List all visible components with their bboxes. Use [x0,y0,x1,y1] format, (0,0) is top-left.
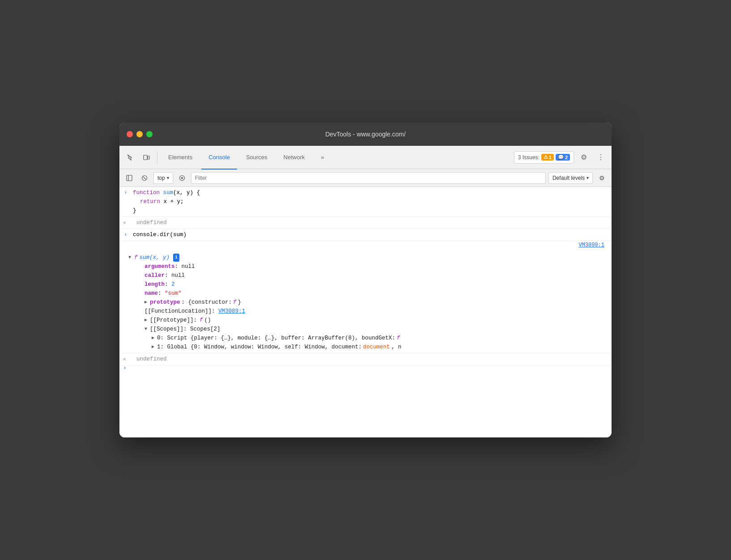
vm-link-2[interactable]: VM3089:1 [218,308,245,314]
console-input-2: › console.dir(sum) [119,229,612,241]
issues-button[interactable]: 3 Issues: ⚠ 1 💬 2 [514,151,574,164]
more-options-button[interactable]: ⋮ [594,150,608,165]
levels-selector[interactable]: Default levels ▾ [548,172,593,184]
svg-line-5 [143,177,146,179]
minimize-button[interactable] [136,131,143,137]
console-result-1: « undefined [119,217,612,229]
tab-console[interactable]: Console [201,146,237,170]
input-caret-2: › [124,231,127,239]
tab-network[interactable]: Network [276,146,312,170]
svg-point-7 [181,177,183,179]
code-block-2: console.dir(sum) [133,230,187,239]
vm-link-row: VM3099:1 [119,241,612,252]
result-arrow-1: « [123,219,126,227]
prop-prototype: ▶ prototype: {constructor: f} [128,298,608,307]
sidebar-toggle-button[interactable] [123,172,136,184]
prop-length: length: 2 [128,280,608,289]
toolbar-right: 3 Issues: ⚠ 1 💬 2 ⚙ ⋮ [514,150,608,165]
main-toolbar: Elements Console Sources Network » 3 Iss… [119,146,612,169]
info-badge: 💬 2 [556,154,570,161]
settings-button[interactable]: ⚙ [577,150,591,165]
func-info-badge[interactable]: i [173,254,179,262]
console-input-1: › function sum(x, y) { return x + y; } [119,187,612,217]
func-object-entry: ▼ f sum(x, y) i arguments: null caller: … [119,252,612,353]
scope-0: ▶ 0: Script {player: {…}, module: {…}, b… [128,334,608,343]
prop-caller: caller: null [128,271,608,280]
close-button[interactable] [127,131,133,137]
window-title: DevTools - www.google.com/ [325,131,406,138]
console-toolbar: top ▾ Default levels ▾ ⚙ [119,169,612,187]
svg-rect-2 [127,175,132,181]
filter-input[interactable] [191,172,546,184]
toolbar-divider [157,151,157,164]
warn-badge: ⚠ 1 [541,154,554,161]
svg-rect-0 [144,155,147,160]
tab-elements[interactable]: Elements [161,146,200,170]
devtools-window: DevTools - www.google.com/ Elements Cons… [119,123,612,437]
live-expression-button[interactable] [176,172,188,184]
titlebar: DevTools - www.google.com/ [119,123,612,146]
code-block-1: function sum(x, y) { return x + y; } [133,188,200,215]
console-prompt[interactable]: › [119,365,612,371]
tab-more[interactable]: » [314,146,331,170]
prop-scopes: ▼ [[Scopes]]: Scopes[2] [128,325,608,334]
console-content: › function sum(x, y) { return x + y; } «… [119,187,612,437]
clear-console-button[interactable] [138,172,151,184]
context-selector[interactable]: top ▾ [153,172,173,184]
scope-1: ▶ 1: Global {0: Window, window: Window, … [128,343,608,352]
func-header-row: ▼ f sum(x, y) i [128,253,608,262]
prop-funclocation: [[FunctionLocation]]: VM3089:1 [128,307,608,316]
result-arrow-2: « [123,356,126,364]
prompt-caret: › [123,364,127,373]
traffic-lights [127,131,153,137]
svg-rect-1 [148,156,149,159]
device-toolbar-button[interactable] [139,150,153,165]
input-caret-1: › [124,189,127,197]
issues-label: 3 Issues: [518,154,540,161]
console-result-2: « undefined [119,353,612,365]
prop-arguments: arguments: null [128,262,608,271]
console-settings-button[interactable]: ⚙ [595,172,608,184]
prop-prototype2: ▶ [[Prototype]]: f () [128,316,608,325]
prop-name: name: "sum" [128,289,608,298]
tab-sources[interactable]: Sources [239,146,275,170]
inspect-element-button[interactable] [123,150,137,165]
maximize-button[interactable] [146,131,153,137]
vm-link-1[interactable]: VM3099:1 [578,241,604,250]
